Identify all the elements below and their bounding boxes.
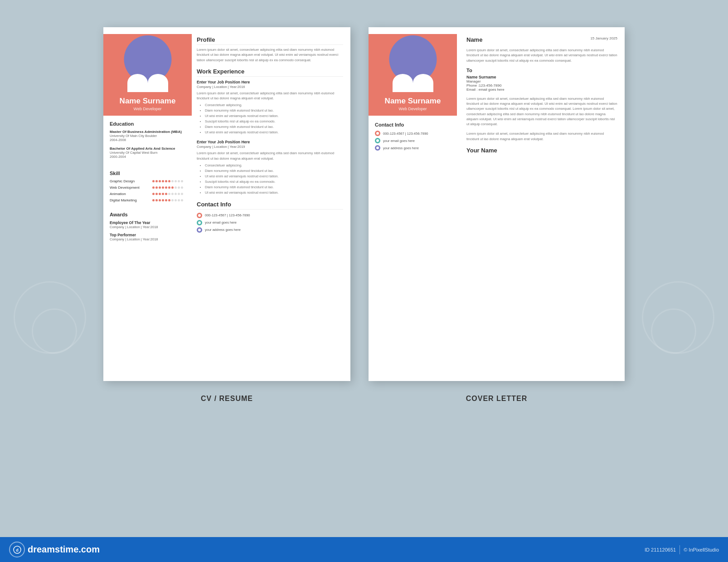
footer-logo-text: dreamstime.com xyxy=(28,544,100,555)
job-company-1: Company | Location | Year:2016 xyxy=(197,85,343,89)
bullet: Consectetuer adipiscing. xyxy=(205,103,343,108)
bullet: Ut wisi enim ad veniamquis nostrud exerc… xyxy=(205,113,343,119)
award-title-2: Top Performer xyxy=(110,233,183,237)
bullet: Ut wisi enim ad veniamquis nostrud exerc… xyxy=(205,174,343,179)
dot-empty xyxy=(181,199,183,201)
dot xyxy=(162,193,164,195)
dot-empty xyxy=(181,193,183,195)
profile-section: Profile Lorem ipsum dolor sit amet, cons… xyxy=(197,36,343,63)
to-phone-value: :123-456-7890 xyxy=(478,83,501,88)
bullet: Consectetuer adipiscing. xyxy=(205,163,343,168)
cover-date: 15 January 2025 xyxy=(590,36,617,40)
job-desc-1: Lorem ipsum dolor sit amet, consectetuer… xyxy=(197,91,343,101)
awards-section: Awards Employee Of The Year Company | Lo… xyxy=(103,208,189,249)
bullet: Diam nonummy nibh euismod tincidunt ut l… xyxy=(205,108,343,113)
dot xyxy=(155,180,158,182)
dot-empty xyxy=(175,186,177,189)
skill-name-1: Graphic Design xyxy=(110,179,146,183)
to-name: Name Surname xyxy=(466,75,617,79)
cover-full-name: Name Surname xyxy=(372,97,453,106)
to-phone-label: Phone xyxy=(466,83,477,88)
cover-letter-card: Name Surname Web Developer Contact Info … xyxy=(369,27,625,381)
edu-year-2: 2000-2004 xyxy=(110,155,183,159)
cv-address: your address goes here xyxy=(205,228,241,232)
cv-resume-card: Name Surname Web Developer Education Mas… xyxy=(103,27,350,381)
dot-empty xyxy=(178,193,180,195)
cover-address: your address goes here xyxy=(383,146,419,150)
notch-container xyxy=(103,74,192,92)
location-icon xyxy=(197,227,202,233)
work-experience-section: Work Experience Enter Your Job Position … xyxy=(197,68,343,195)
job-desc-2: Lorem ipsum dolor sit amet, consectetuer… xyxy=(197,151,343,161)
cv-phone: 000-123-4567 | 123-456-7890 xyxy=(205,213,250,217)
edu-degree-2: Bachelor Of Applied Arts And Science xyxy=(110,147,183,151)
right-notch xyxy=(148,74,168,92)
dot-empty xyxy=(178,199,180,201)
to-role: Manager xyxy=(466,79,617,83)
dot xyxy=(165,180,167,182)
skill-row-4: Digital Marketing xyxy=(110,198,183,202)
footer-right: ID 211120651 © InPixellStudio xyxy=(645,545,719,554)
cover-name-area: Name Surname Web Developer xyxy=(369,94,457,116)
dot xyxy=(162,180,164,182)
to-email-value: : email goes here xyxy=(476,88,504,92)
cover-header: Name Surname Web Developer xyxy=(369,27,457,116)
dot-empty xyxy=(168,193,170,195)
skill-name-2: Web Development xyxy=(110,186,146,190)
cv-contact-email-row: your email goes here xyxy=(197,220,343,225)
doc-labels-row: CV / RESUME COVER LETTER xyxy=(76,390,652,407)
job-bullets-1: Consectetuer adipiscing. Diam nonummy ni… xyxy=(200,103,343,135)
award-title-1: Employee Of The Year xyxy=(110,220,183,225)
bullet: Ut wisi enim ad veniamquis nostrud exerc… xyxy=(205,190,343,195)
cover-label: COVER LETTER xyxy=(369,395,625,403)
dot xyxy=(152,180,155,182)
dot xyxy=(159,180,161,182)
cover-right-panel: Name 15 January 2025 Lorem ipsum dolor s… xyxy=(459,27,625,381)
dt-logo-circle: d xyxy=(9,542,25,557)
to-email-row: Email : email goes here xyxy=(466,88,617,92)
dot xyxy=(152,199,155,201)
profile-text: Lorem ipsum dolor sit amet, consectetuer… xyxy=(197,47,343,63)
dt-logo-icon: d xyxy=(13,545,22,554)
cv-email: your email goes here xyxy=(205,220,237,225)
cv-contact-heading: Contact Info xyxy=(197,201,343,210)
main-background: Name Surname Web Developer Education Mas… xyxy=(0,0,728,562)
skills-heading: Skill xyxy=(110,171,183,176)
edu-item-1: Master Of Business Administration (MBA) … xyxy=(110,130,183,142)
footer-bar: d dreamstime.com ID 211120651 © InPixell… xyxy=(0,537,728,562)
job-bullets-2: Consectetuer adipiscing. Diam nonummy ni… xyxy=(200,163,343,195)
skill-dots-3 xyxy=(152,193,183,195)
dot xyxy=(168,199,170,201)
dot xyxy=(171,186,174,189)
edu-year-1: 2004-2008 xyxy=(110,138,183,142)
your-name: Your Name xyxy=(466,147,617,154)
dot xyxy=(155,199,158,201)
job-title-1: Enter Your Job Position Here xyxy=(197,80,343,84)
dot xyxy=(159,193,161,195)
cover-address-row: your address goes here xyxy=(375,145,453,151)
icon-inner xyxy=(376,147,379,149)
skill-name-3: Animation xyxy=(110,192,146,196)
dot-empty xyxy=(175,180,177,182)
skill-row-3: Animation xyxy=(110,192,183,196)
documents-row: Name Surname Web Developer Education Mas… xyxy=(76,0,652,390)
cv-job-title: Web Developer xyxy=(107,107,188,111)
icon-inner xyxy=(198,214,201,217)
job-company-2: Company | Location | Year:2019 xyxy=(197,145,343,149)
cover-phone: 000-123-4567 | 123-456-7890 xyxy=(383,132,428,136)
dot xyxy=(159,186,161,189)
awards-heading: Awards xyxy=(110,212,183,217)
icon-inner xyxy=(376,139,379,142)
award-detail-1: Company | Location | Year:2018 xyxy=(110,225,183,229)
footer-id: ID 211120651 xyxy=(645,547,676,552)
cover-header-row: Name 15 January 2025 xyxy=(466,36,617,43)
dot xyxy=(155,193,158,195)
cover-name-heading: Name xyxy=(466,36,482,43)
to-email-label: Email xyxy=(466,88,476,92)
edu-university-2: University Of Capital West Burn xyxy=(110,151,183,155)
dot xyxy=(165,199,167,201)
cover-contact-section: Contact Info 000-123-4567 | 123-456-7890… xyxy=(369,116,459,157)
bullet: Diam nonummy nibh euismod tincidunt ut l… xyxy=(205,168,343,174)
award-detail-2: Company | Location | Year:2018 xyxy=(110,237,183,241)
profile-heading: Profile xyxy=(197,36,343,45)
